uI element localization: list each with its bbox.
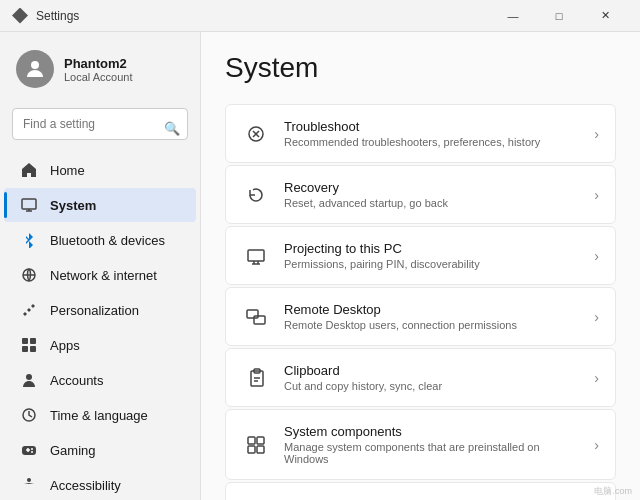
sidebar-item-label-network: Network & internet	[50, 268, 157, 283]
settings-item-title-recovery: Recovery	[284, 180, 580, 195]
projecting-icon	[242, 242, 270, 270]
chevron-icon-troubleshoot: ›	[594, 126, 599, 142]
minimize-button[interactable]: —	[490, 0, 536, 32]
user-name: Phantom2	[64, 56, 133, 71]
svg-rect-20	[254, 316, 265, 324]
svg-rect-19	[247, 310, 258, 318]
sidebar: Phantom2 Local Account 🔍 Home System Blu…	[0, 32, 200, 500]
accessibility-icon	[20, 476, 38, 494]
sidebar-item-time[interactable]: Time & language	[4, 398, 196, 432]
svg-point-0	[31, 61, 39, 69]
remote-desktop-icon	[242, 303, 270, 331]
chevron-icon-clipboard: ›	[594, 370, 599, 386]
page-title: System	[225, 52, 616, 84]
settings-item-title-system-components: System components	[284, 424, 580, 439]
settings-item-clipboard[interactable]: Clipboard Cut and copy history, sync, cl…	[225, 348, 616, 407]
gaming-icon	[20, 441, 38, 459]
title-bar-text: Settings	[36, 9, 79, 23]
chevron-icon-remote-desktop: ›	[594, 309, 599, 325]
sidebar-item-label-bluetooth: Bluetooth & devices	[50, 233, 165, 248]
main-content: System Troubleshoot Recommended troubles…	[200, 32, 640, 500]
sidebar-item-label-accounts: Accounts	[50, 373, 103, 388]
sidebar-item-system[interactable]: System	[4, 188, 196, 222]
settings-item-ai-components[interactable]: AI components View AI components that ar…	[225, 482, 616, 500]
chevron-icon-recovery: ›	[594, 187, 599, 203]
settings-item-desc-troubleshoot: Recommended troubleshooters, preferences…	[284, 136, 580, 148]
sidebar-item-accounts[interactable]: Accounts	[4, 363, 196, 397]
settings-item-title-remote-desktop: Remote Desktop	[284, 302, 580, 317]
sidebar-item-label-personalization: Personalization	[50, 303, 139, 318]
svg-rect-18	[248, 250, 264, 261]
settings-item-text-remote-desktop: Remote Desktop Remote Desktop users, con…	[284, 302, 580, 331]
settings-item-desc-remote-desktop: Remote Desktop users, connection permiss…	[284, 319, 580, 331]
sidebar-item-label-gaming: Gaming	[50, 443, 96, 458]
title-bar: Settings — □ ✕	[0, 0, 640, 32]
search-container: 🔍	[0, 104, 200, 152]
svg-rect-8	[30, 346, 36, 352]
settings-item-text-clipboard: Clipboard Cut and copy history, sync, cl…	[284, 363, 580, 392]
settings-item-remote-desktop[interactable]: Remote Desktop Remote Desktop users, con…	[225, 287, 616, 346]
settings-item-title-clipboard: Clipboard	[284, 363, 580, 378]
clipboard-icon	[242, 364, 270, 392]
time-icon	[20, 406, 38, 424]
user-info: Phantom2 Local Account	[64, 56, 133, 83]
svg-rect-25	[248, 446, 255, 453]
avatar	[16, 50, 54, 88]
settings-item-desc-recovery: Reset, advanced startup, go back	[284, 197, 580, 209]
settings-item-desc-system-components: Manage system components that are preins…	[284, 441, 580, 465]
chevron-icon-system-components: ›	[594, 437, 599, 453]
svg-rect-6	[30, 338, 36, 344]
watermark: 电脑.com	[594, 485, 632, 498]
sidebar-item-label-accessibility: Accessibility	[50, 478, 121, 493]
window-controls: — □ ✕	[490, 0, 628, 32]
sidebar-item-gaming[interactable]: Gaming	[4, 433, 196, 467]
settings-item-system-components[interactable]: System components Manage system componen…	[225, 409, 616, 480]
apps-icon	[20, 336, 38, 354]
app-container: Phantom2 Local Account 🔍 Home System Blu…	[0, 32, 640, 500]
settings-item-text-troubleshoot: Troubleshoot Recommended troubleshooters…	[284, 119, 580, 148]
personalization-icon	[20, 301, 38, 319]
sidebar-item-label-home: Home	[50, 163, 85, 178]
sidebar-item-network[interactable]: Network & internet	[4, 258, 196, 292]
svg-point-14	[27, 478, 31, 482]
settings-item-projecting[interactable]: Projecting to this PC Permissions, pairi…	[225, 226, 616, 285]
system-icon	[20, 196, 38, 214]
close-button[interactable]: ✕	[582, 0, 628, 32]
svg-point-12	[31, 448, 33, 450]
settings-item-desc-projecting: Permissions, pairing PIN, discoverabilit…	[284, 258, 580, 270]
svg-point-9	[26, 374, 32, 380]
bluetooth-icon	[20, 231, 38, 249]
svg-rect-1	[22, 199, 36, 209]
svg-rect-24	[257, 437, 264, 444]
settings-item-text-recovery: Recovery Reset, advanced startup, go bac…	[284, 180, 580, 209]
home-icon	[20, 161, 38, 179]
settings-item-text-system-components: System components Manage system componen…	[284, 424, 580, 465]
settings-item-title-projecting: Projecting to this PC	[284, 241, 580, 256]
sidebar-item-label-system: System	[50, 198, 96, 213]
sidebar-item-home[interactable]: Home	[4, 153, 196, 187]
troubleshoot-icon	[242, 120, 270, 148]
sidebar-item-label-apps: Apps	[50, 338, 80, 353]
maximize-button[interactable]: □	[536, 0, 582, 32]
search-input[interactable]	[12, 108, 188, 140]
sidebar-item-label-time: Time & language	[50, 408, 148, 423]
sidebar-item-personalization[interactable]: Personalization	[4, 293, 196, 327]
svg-rect-26	[257, 446, 264, 453]
user-type: Local Account	[64, 71, 133, 83]
nav-list: Home System Bluetooth & devices Network …	[0, 152, 200, 500]
settings-item-recovery[interactable]: Recovery Reset, advanced startup, go bac…	[225, 165, 616, 224]
sidebar-item-accessibility[interactable]: Accessibility	[4, 468, 196, 500]
svg-rect-7	[22, 346, 28, 352]
accounts-icon	[20, 371, 38, 389]
settings-item-troubleshoot[interactable]: Troubleshoot Recommended troubleshooters…	[225, 104, 616, 163]
system-components-icon	[242, 431, 270, 459]
search-icon: 🔍	[164, 121, 180, 136]
svg-point-13	[31, 451, 33, 453]
user-profile[interactable]: Phantom2 Local Account	[0, 40, 200, 104]
settings-item-title-troubleshoot: Troubleshoot	[284, 119, 580, 134]
svg-rect-5	[22, 338, 28, 344]
sidebar-item-bluetooth[interactable]: Bluetooth & devices	[4, 223, 196, 257]
settings-app-icon	[12, 8, 28, 24]
sidebar-item-apps[interactable]: Apps	[4, 328, 196, 362]
recovery-icon	[242, 181, 270, 209]
